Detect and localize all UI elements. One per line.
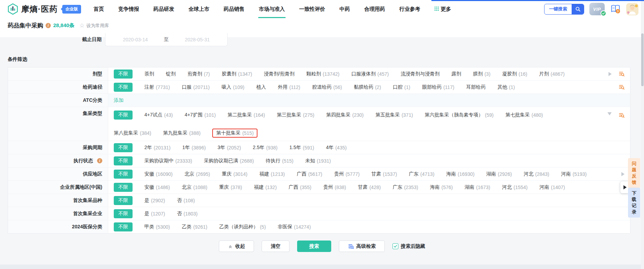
set-favorite-button[interactable]: ☆ 设为常用库 xyxy=(79,23,109,29)
filter-option[interactable]: 膜剂(3) xyxy=(473,71,490,77)
filter-option[interactable]: 4+7试点(43) xyxy=(144,112,173,118)
filter-option-unlimited[interactable]: 不限 xyxy=(114,222,133,231)
filter-option[interactable]: 福建(1213) xyxy=(259,171,285,177)
filter-option[interactable]: 安徽(16090) xyxy=(144,171,173,177)
filter-option[interactable]: 海南(576) xyxy=(430,184,453,190)
filter-option[interactable]: 3年(2052) xyxy=(217,145,241,151)
filter-option[interactable]: 眼部给药(117) xyxy=(422,84,454,90)
nav-item-市场与准入[interactable]: 市场与准入 xyxy=(259,0,285,18)
filter-option[interactable]: 口服(20711) xyxy=(182,84,209,90)
filter-option[interactable]: 注射(7731) xyxy=(144,84,170,90)
list-search-icon[interactable] xyxy=(619,71,625,77)
filter-option[interactable]: 第四批集采(230) xyxy=(326,112,364,118)
filter-option[interactable]: 否(1803) xyxy=(177,211,197,217)
filter-option[interactable]: 煎膏剂(7) xyxy=(188,71,210,77)
filter-option[interactable]: 湖南(2926) xyxy=(486,171,512,177)
filter-option[interactable]: 颗粒剂(13742) xyxy=(306,71,339,77)
logo[interactable]: 摩熵·医药 企业版 xyxy=(7,3,81,15)
filter-option-unlimited[interactable]: 不限 xyxy=(114,111,133,120)
filter-option[interactable]: 贵州(5777) xyxy=(334,171,359,177)
filter-option[interactable]: 是(1207) xyxy=(144,211,165,217)
filter-option[interactable]: 浸膏剂/煎膏剂 xyxy=(264,71,295,77)
nav-item-药品销售[interactable]: 药品销售 xyxy=(224,0,245,18)
filter-option[interactable]: 第三批集采(275) xyxy=(277,112,315,118)
nav-item-合理用药[interactable]: 合理用药 xyxy=(364,0,385,18)
user-avatar[interactable] xyxy=(626,3,638,15)
clear-button[interactable]: 清空 xyxy=(262,241,289,252)
filter-option[interactable]: 乙类（谈判品种）(5) xyxy=(219,224,266,230)
filter-option[interactable]: 外用(112) xyxy=(278,84,300,90)
collapse-button[interactable]: 收起 xyxy=(219,241,254,252)
filter-option[interactable]: 锭剂 xyxy=(166,71,176,77)
filter-option[interactable]: 广东(2353) xyxy=(392,184,418,190)
filter-option[interactable]: 4年(435) xyxy=(326,145,347,151)
filter-option[interactable]: 甘肃(1537) xyxy=(372,171,397,177)
filter-option[interactable]: 福建(132) xyxy=(254,184,277,190)
filter-option[interactable]: 第五批集采(371) xyxy=(375,112,413,118)
filter-option-unlimited[interactable]: 不限 xyxy=(114,143,133,152)
filter-option[interactable]: 第八批集采(384) xyxy=(114,130,151,136)
filter-option-unlimited[interactable]: 不限 xyxy=(114,156,133,165)
list-search-icon[interactable] xyxy=(619,84,625,90)
filter-option[interactable]: 广西(355) xyxy=(288,184,311,190)
filter-option[interactable]: 河北(2843) xyxy=(524,171,549,177)
filter-option[interactable]: 北京(1088) xyxy=(182,184,207,190)
filter-option[interactable]: 胶囊剂(1347) xyxy=(222,71,252,77)
filter-option[interactable]: 口腔(1) xyxy=(393,84,410,90)
filter-option[interactable]: 安徽(1486) xyxy=(144,184,170,190)
nav-item-竞争情报[interactable]: 竞争情报 xyxy=(118,0,139,18)
filter-option[interactable]: 否(108) xyxy=(177,197,195,204)
filter-option[interactable]: 4+7扩围(101) xyxy=(185,112,216,118)
filter-option[interactable]: 凝胶剂(16) xyxy=(502,71,527,77)
filter-option[interactable]: 耳部给药 xyxy=(466,84,486,90)
filter-option[interactable]: 未知(1931) xyxy=(305,158,331,164)
date-from-input[interactable]: 2020-03-14 xyxy=(117,37,153,42)
filter-option[interactable]: 1.5年(591) xyxy=(289,145,314,151)
nav-item-一致性评价[interactable]: 一致性评价 xyxy=(299,0,325,18)
filter-option[interactable]: 1年(3896) xyxy=(182,145,206,151)
expand-right-icon[interactable] xyxy=(621,172,625,176)
filter-option[interactable]: 甲类(5300) xyxy=(144,224,170,230)
filter-option[interactable]: 口服液体剂(457) xyxy=(351,71,389,77)
nav-item-更多[interactable]: 更多 xyxy=(435,0,451,18)
nav-item-首页[interactable]: 首页 xyxy=(94,0,104,18)
filter-option[interactable]: 河北(1554) xyxy=(502,184,527,190)
info-icon[interactable]: i xyxy=(46,23,51,28)
vip-badge-icon[interactable]: VIP xyxy=(589,3,605,15)
quick-search-button[interactable]: 一键搜索 xyxy=(544,4,584,15)
filter-option[interactable]: 重庆(3014) xyxy=(222,171,247,177)
filter-option[interactable]: 2.5年(938) xyxy=(253,145,278,151)
collapse-up-icon[interactable] xyxy=(607,112,612,115)
filter-option[interactable]: 是(2902) xyxy=(144,197,165,204)
download-records-widget[interactable]: 下载记录 xyxy=(628,188,640,218)
filter-option[interactable]: 待执行(515) xyxy=(266,158,294,164)
filter-option[interactable]: 流浸膏剂与浸膏剂 xyxy=(400,71,439,77)
filter-option[interactable]: 北京(2695) xyxy=(184,171,210,177)
search-submit-button[interactable]: 搜索 xyxy=(297,241,331,252)
filter-option[interactable]: 2年(20131) xyxy=(144,145,170,151)
advanced-search-button[interactable]: 高级检索 xyxy=(339,241,385,252)
filter-option[interactable]: 广东(4713) xyxy=(409,171,434,177)
filter-option[interactable]: 河南(1407) xyxy=(539,184,565,190)
filter-option[interactable]: 海南(16930) xyxy=(446,171,475,177)
info-icon[interactable]: i xyxy=(97,158,102,163)
filter-option[interactable]: 乙类(9261) xyxy=(182,224,207,230)
date-to-input[interactable]: 2028-05-31 xyxy=(179,37,215,42)
filter-option-unlimited[interactable]: 不限 xyxy=(114,209,133,218)
nav-item-全球上市[interactable]: 全球上市 xyxy=(189,0,209,18)
filter-option[interactable]: 湖南(1673) xyxy=(465,184,490,190)
filter-option[interactable]: 贵州(838) xyxy=(323,184,346,190)
filter-option[interactable]: 片剂(4867) xyxy=(539,71,564,77)
nav-item-中药[interactable]: 中药 xyxy=(340,0,350,18)
nav-item-行业参考[interactable]: 行业参考 xyxy=(399,0,420,18)
filter-option[interactable]: 非医保(14274) xyxy=(278,224,311,230)
filter-option-unlimited[interactable]: 不限 xyxy=(114,183,133,192)
filter-option[interactable]: 河南(5193) xyxy=(561,171,587,177)
filter-option[interactable]: 采购协议期中(23333) xyxy=(144,158,192,164)
filter-option-unlimited[interactable]: 不限 xyxy=(114,170,133,179)
filter-option[interactable]: 采购协议期已满(2688) xyxy=(204,158,254,164)
filter-option-unlimited[interactable]: 不限 xyxy=(114,70,133,79)
filter-option[interactable]: 第七批集采(480) xyxy=(506,112,543,118)
filter-option[interactable]: 第九批集采(388) xyxy=(163,130,201,136)
filter-option-unlimited[interactable]: 不限 xyxy=(114,83,133,92)
